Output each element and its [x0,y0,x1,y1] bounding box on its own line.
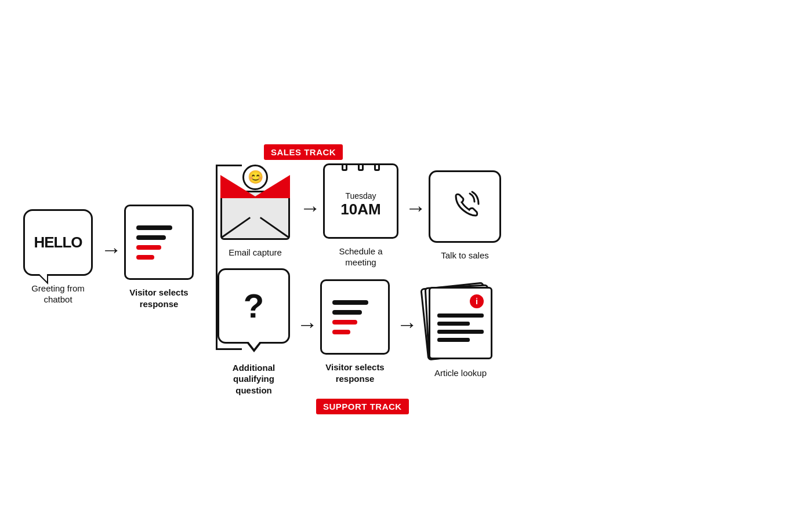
arrow-sales-2: → [403,196,429,220]
resp-line-1 [136,225,172,230]
article-lookup-label: Article lookup [434,367,487,379]
resp2-line-1 [332,300,368,305]
greeting-node: HELLO Greeting from chatbot [23,209,93,305]
question-icon: ? [217,268,290,344]
cal-time: 10AM [340,201,380,218]
support-track-label-wrapper: SUPPORT TRACK [316,402,409,412]
greeting-label: Greeting from chatbot [31,283,85,305]
cal-rings [325,163,397,171]
arrow-1: → [99,238,124,262]
qualifying-question-node: ? Additional qualifying question [217,268,290,396]
article-lookup-node: i Article lookup [420,285,501,379]
talk-to-sales-node: Talk to sales [429,170,501,261]
branch-bot-h [216,348,242,350]
email-capture-node: 😊 Email capture [217,173,293,258]
visitor-response-node: Visitor selects response [124,205,194,309]
sales-track-row: 😊 Email capture → [217,163,501,268]
support-track-row: ? Additional qualifying question → Visit… [217,268,501,396]
envelope-body: 😊 [220,191,290,240]
arrow-sales-1: → [298,196,323,220]
hello-icon: HELLO [23,209,93,276]
support-track: ? Additional qualifying question → Visit… [217,268,501,413]
art-line-1 [437,313,484,318]
info-badge: i [470,294,484,308]
cal-ring-3 [374,163,380,171]
phone-icon [429,170,501,243]
articles-icon: i [420,285,501,360]
resp2-line-3 [332,320,357,325]
diagram-container: HELLO Greeting from chatbot → Visitor se… [0,0,812,514]
calendar-icon: Tuesday 10AM [323,163,398,239]
sales-track-label-wrapper: SALES TRACK [264,147,343,158]
art-line-3 [437,330,484,334]
resp-line-4 [136,255,154,260]
talk-to-sales-label: Talk to sales [441,250,489,261]
resp-line-2 [136,235,166,240]
resp2-line-4 [332,330,350,334]
response-icon [124,205,194,280]
envelope-smiley: 😊 [242,165,268,190]
cal-ring-1 [342,163,347,171]
email-capture-label: Email capture [229,247,282,258]
envelope-diag-right [260,217,289,238]
envelope-diag-left [221,217,251,238]
phone-svg [448,189,483,224]
resp2-line-2 [332,310,362,315]
visitor-response2-label: Visitor selects response [325,362,384,384]
sales-track-badge: SALES TRACK [264,144,343,160]
visitor-response-label: Visitor selects response [129,287,188,309]
question-mark: ? [244,289,264,323]
response2-icon [320,279,390,355]
arrow-support-2: → [394,312,420,337]
tracks-wrapper: SALES TRACK 😊 Email capture [217,147,501,367]
arrow-support-1: → [295,312,320,337]
email-icon: 😊 [217,173,293,240]
sales-track: SALES TRACK 😊 Email capture [217,147,501,268]
hello-text: HELLO [34,234,82,251]
cal-ring-2 [358,163,364,171]
branch-connector [200,147,217,367]
qualifying-question-label: Additional qualifying question [233,362,275,396]
art-line-2 [437,322,470,326]
article-front: i [429,287,492,359]
resp-line-3 [136,245,161,250]
schedule-meeting-label: Schedule a meeting [339,246,382,268]
cal-content: Tuesday 10AM [325,173,397,237]
art-line-4 [437,338,470,342]
branch-top-h [216,165,242,166]
support-track-badge: SUPPORT TRACK [316,399,409,414]
cal-day: Tuesday [345,191,376,201]
visitor-response2-node: Visitor selects response [320,279,390,384]
schedule-meeting-node: Tuesday 10AM Schedule a meeting [323,163,398,268]
